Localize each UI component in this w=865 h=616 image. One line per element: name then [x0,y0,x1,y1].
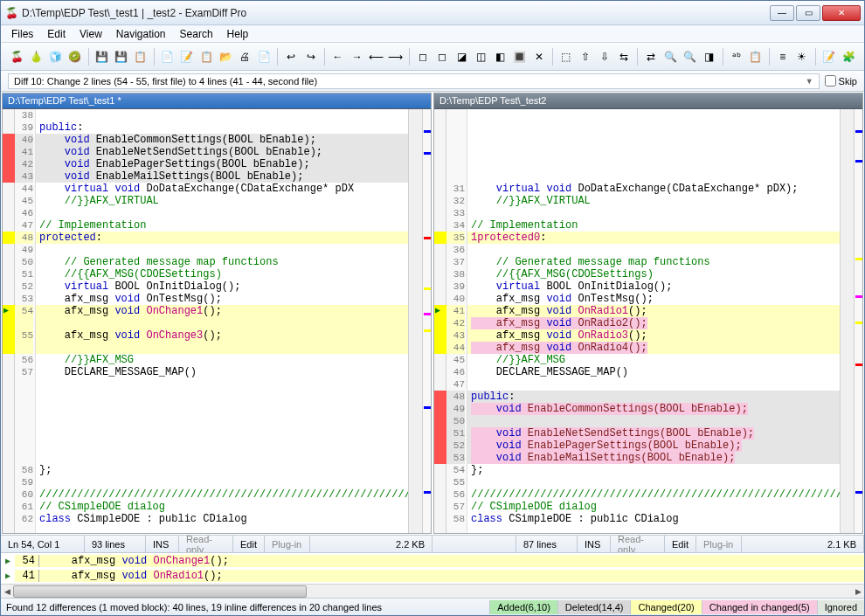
toolbar-button-33[interactable]: ◨ [700,47,717,66]
toolbar-button-23[interactable]: ◧ [491,47,509,66]
toolbar-button-20[interactable]: ◻ [433,47,451,66]
right-scrollbar[interactable] [840,109,854,533]
horizontal-scrollbar[interactable]: ◀ ▶ [1,584,864,598]
toolbar-button-37[interactable]: ☀ [793,47,811,66]
overview-marker[interactable] [855,363,862,366]
toolbar-button-12[interactable]: 📄 [255,47,273,66]
toolbar-button-34[interactable]: ᵃᵇ [728,47,745,66]
minimize-button[interactable]: — [770,5,794,21]
menu-files[interactable]: Files [4,26,40,42]
toolbar-button-31[interactable]: 🔍 [661,47,679,66]
toolbar-button-8[interactable]: 📝 [178,47,196,66]
toolbar-button-32[interactable]: 🔍 [681,47,698,66]
overview-marker[interactable] [424,152,431,155]
maximize-button[interactable]: ▭ [796,5,820,21]
toolbar-button-0[interactable]: 🍒 [8,47,25,66]
marker-stripe [434,232,446,244]
current-diff-arrow-icon: ▶ [435,305,440,317]
menu-view[interactable]: View [73,26,109,42]
detail-line-text: afx_msg void OnRadio1(); [39,570,864,582]
toolbar-button-15[interactable]: ← [329,47,347,66]
marker-stripe [434,427,446,440]
detail-arrow-icon: ▶ [1,556,15,566]
toolbar-button-13[interactable]: ↩ [282,47,300,66]
overview-marker[interactable] [424,237,431,239]
left-overview[interactable] [422,109,431,533]
badge-added[interactable]: Added(6,10) [489,600,557,614]
menu-search[interactable]: Search [173,26,220,42]
overview-marker[interactable] [855,295,862,298]
menu-navigation[interactable]: Navigation [109,26,173,42]
toolbar-separator [815,48,816,66]
close-button[interactable]: ✕ [822,5,861,21]
right-overview[interactable] [854,109,862,533]
badge-ignored[interactable]: Ignored [817,600,864,614]
app-window: 🍒 D:\Temp\EDP Test\_test1 | _test2 - Exa… [0,0,865,616]
scroll-track[interactable] [13,585,852,598]
badge-changed[interactable]: Changed(20) [630,600,701,614]
right-code-view[interactable]: ▶ 31323334353637383940414243444546474849… [434,109,862,533]
toolbar-button-22[interactable]: ◫ [472,47,489,66]
overview-marker[interactable] [424,313,431,315]
toolbar-button-30[interactable]: ⇄ [642,47,660,66]
toolbar-button-5[interactable]: 💾 [113,47,130,66]
toolbar-button-4[interactable]: 💾 [93,47,110,66]
overview-marker[interactable] [855,491,862,494]
scroll-left-icon[interactable]: ◀ [1,585,13,598]
toolbar-button-29[interactable]: ⇆ [615,47,633,66]
window-buttons: — ▭ ✕ [770,5,861,21]
toolbar-button-26[interactable]: ⬚ [557,47,575,66]
toolbar-button-10[interactable]: 📂 [217,47,234,66]
overview-marker[interactable] [424,130,431,133]
toolbar-button-21[interactable]: ◪ [453,47,470,66]
toolbar-separator [723,48,723,66]
overview-marker[interactable] [424,329,431,332]
left-code-column[interactable]: public: void EnableCommonSettings(BOOL b… [36,109,408,533]
right-marker-bar: ▶ [434,109,446,533]
detail-arrow-icon: ▶ [1,571,15,581]
toolbar-button-35[interactable]: 📋 [747,47,765,66]
badge-deleted[interactable]: Deleted(14,4) [557,600,631,614]
diff-message-dropdown[interactable]: Diff 10: Change 2 lines (54 - 55, first … [8,73,820,89]
overview-marker[interactable] [424,406,431,409]
menu-edit[interactable]: Edit [40,26,73,42]
toolbar-button-11[interactable]: 🖨 [236,47,253,66]
toolbar-button-14[interactable]: ↪ [301,47,319,66]
toolbar-button-6[interactable]: 📋 [132,47,149,66]
right-edit-mode: Edit [665,536,696,552]
toolbar-button-19[interactable]: ◻ [414,47,432,66]
toolbar-button-18[interactable]: ⟶ [387,47,405,66]
left-code-view[interactable]: ▶ 38394041424344454647484950515253545556… [3,109,431,533]
right-spacer [432,536,516,552]
toolbar-button-36[interactable]: ≡ [774,47,792,66]
toolbar-button-39[interactable]: 🧩 [840,47,857,66]
scroll-thumb[interactable] [13,585,307,598]
toolbar-button-24[interactable]: 🔳 [511,47,529,66]
toolbar-button-3[interactable]: 🥝 [66,47,83,66]
overview-marker[interactable] [424,287,431,290]
overview-marker[interactable] [855,258,862,260]
toolbar-button-16[interactable]: → [349,47,366,66]
right-code-column[interactable]: virtual void DoDataExchange(CDataExchang… [467,109,840,533]
toolbar-button-27[interactable]: ⇧ [577,47,594,66]
overview-marker[interactable] [424,491,431,494]
overview-marker[interactable] [855,322,862,324]
toolbar-button-38[interactable]: 📝 [820,47,838,66]
toolbar-button-9[interactable]: 📋 [197,47,215,66]
diff-message-text: Diff 10: Change 2 lines (54 - 55, first … [14,76,317,87]
toolbar-button-25[interactable]: ✕ [530,47,548,66]
overview-marker[interactable] [855,160,862,163]
toolbar-button-7[interactable]: 📄 [159,47,176,66]
left-scrollbar[interactable] [408,109,422,533]
skip-checkbox[interactable] [825,75,836,87]
skip-checkbox-label[interactable]: Skip [825,75,857,87]
scroll-right-icon[interactable]: ▶ [852,585,864,598]
overview-marker[interactable] [855,130,862,133]
summary-bar: Found 12 differences (1 moved block): 40… [1,598,864,615]
badge-changed-in-changed[interactable]: Changed in changed(5) [702,600,817,614]
toolbar-button-17[interactable]: ⟵ [368,47,385,66]
toolbar-button-28[interactable]: ⇩ [596,47,613,66]
menu-help[interactable]: Help [220,26,256,42]
toolbar-button-1[interactable]: 🍐 [27,47,45,66]
toolbar-button-2[interactable]: 🧊 [46,47,64,66]
